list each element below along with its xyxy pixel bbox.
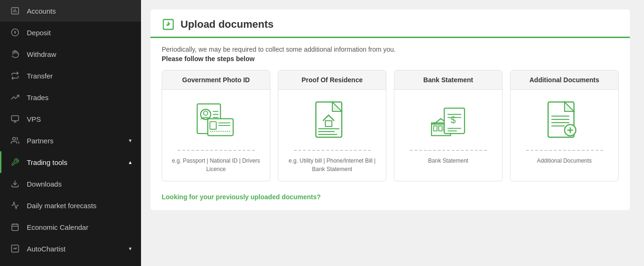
looking-link[interactable]: Looking for your previously uploaded doc… — [150, 193, 332, 210]
sidebar-item-daily-market[interactable]: Daily market forecasts — [0, 195, 141, 216]
chevron-down-icon: ▾ — [129, 245, 132, 252]
svg-text:$: $ — [450, 115, 456, 125]
sidebar-item-accounts[interactable]: Accounts — [0, 0, 141, 22]
sidebar-item-transfer[interactable]: Transfer — [0, 65, 141, 86]
doc-card-label: e.g. Utility bill | Phone/Internet Bill … — [284, 156, 380, 173]
doc-card-body: Additional Documents — [510, 90, 618, 172]
sidebar-item-label: Daily market forecasts — [27, 202, 132, 210]
document-cards-container: Government Photo ID — [150, 70, 630, 193]
doc-card-bank-statement[interactable]: Bank Statement — [394, 70, 503, 181]
sidebar-item-withdraw[interactable]: Withdraw — [0, 43, 141, 65]
upload-header: Upload documents — [150, 9, 630, 31]
svg-rect-2 — [12, 116, 19, 121]
monitor-icon — [11, 115, 20, 123]
doc-card-additional-documents[interactable]: Additional Documents — [510, 70, 619, 181]
hand-icon — [11, 50, 20, 58]
autochartist-icon — [11, 244, 20, 253]
doc-card-proof-of-residence[interactable]: Proof Of Residence — [278, 70, 386, 181]
calendar-icon — [11, 223, 20, 231]
sidebar-item-vps[interactable]: VPS — [0, 108, 141, 130]
sidebar-item-label: Accounts — [27, 7, 132, 15]
svg-rect-7 — [12, 224, 18, 231]
transfer-icon — [11, 71, 20, 80]
sidebar-item-economic-calendar[interactable]: Economic Calendar — [0, 216, 141, 238]
upload-documents-card: Upload documents Periodically, we may be… — [150, 9, 630, 210]
sidebar-item-label: VPS — [27, 115, 132, 123]
doc-icon-area — [195, 97, 237, 144]
doc-card-label: Bank Statement — [428, 156, 468, 165]
doc-card-header: Government Photo ID — [162, 70, 270, 90]
sidebar-item-label: Partners — [27, 137, 129, 145]
chevron-down-icon: ▾ — [129, 137, 132, 144]
tools-icon — [11, 158, 20, 166]
download-icon — [11, 180, 20, 188]
sidebar-item-label: Withdraw — [27, 50, 132, 58]
doc-card-gov-photo-id[interactable]: Government Photo ID — [162, 70, 270, 181]
dashed-separator — [178, 150, 255, 151]
upload-note: Please follow the steps below — [150, 55, 630, 70]
doc-icon-area — [546, 97, 583, 144]
chart-icon — [11, 7, 20, 15]
sidebar-item-label: AutoChartist — [27, 245, 129, 253]
main-content: Upload documents Periodically, we may be… — [141, 0, 644, 266]
doc-card-body: e.g. Passport | National ID | Drivers Li… — [162, 90, 270, 181]
sidebar-item-deposit[interactable]: Deposit — [0, 22, 141, 43]
sidebar-item-trading-tools[interactable]: Trading tools ▴ — [0, 151, 141, 173]
doc-card-body: e.g. Utility bill | Phone/Internet Bill … — [278, 90, 386, 181]
doc-card-body: $ Bank Statement — [394, 90, 502, 172]
sidebar-item-label: Trading tools — [27, 158, 129, 166]
doc-card-header: Bank Statement — [394, 70, 502, 90]
svg-point-5 — [13, 137, 16, 140]
sidebar-item-label: Trades — [27, 94, 132, 102]
sidebar: Accounts Deposit Withdraw Transfer Trade… — [0, 0, 141, 266]
coin-icon — [11, 28, 20, 37]
doc-icon-area — [314, 97, 351, 144]
dashed-separator — [294, 150, 371, 151]
page-title: Upload documents — [181, 18, 274, 31]
dashed-separator — [526, 150, 603, 151]
sidebar-item-trades[interactable]: Trades — [0, 86, 141, 108]
chevron-up-icon: ▴ — [129, 159, 132, 165]
doc-icon-area: $ — [427, 97, 470, 144]
forecast-icon — [11, 201, 20, 210]
bar-icon — [11, 93, 20, 102]
doc-card-label: Additional Documents — [537, 156, 592, 165]
sidebar-item-downloads[interactable]: Downloads — [0, 173, 141, 195]
sidebar-item-label: Downloads — [27, 180, 132, 188]
sidebar-item-autochartist[interactable]: AutoChartist ▾ — [0, 238, 141, 259]
doc-card-header: Additional Documents — [510, 70, 618, 90]
sidebar-item-label: Transfer — [27, 72, 132, 80]
sidebar-item-partners[interactable]: Partners ▾ — [0, 130, 141, 151]
partner-icon — [11, 136, 20, 145]
upload-description: Periodically, we may be required to coll… — [150, 38, 630, 55]
doc-card-header: Proof Of Residence — [278, 70, 386, 90]
doc-card-label: e.g. Passport | National ID | Drivers Li… — [168, 156, 264, 173]
sidebar-item-label: Deposit — [27, 29, 132, 37]
sidebar-item-label: Economic Calendar — [27, 223, 132, 231]
svg-rect-19 — [208, 119, 233, 136]
upload-icon — [162, 18, 175, 31]
dashed-separator — [410, 150, 487, 151]
